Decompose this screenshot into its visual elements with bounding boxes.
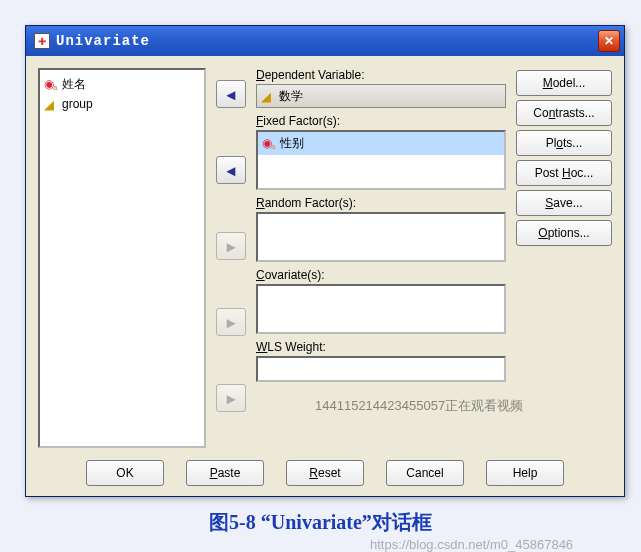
dependent-value: 数学 [279,88,303,105]
nominal-icon [262,137,276,151]
arrow-right-icon: ▸ [227,313,235,332]
ok-button[interactable]: OK [86,460,164,486]
paste-button[interactable]: Paste [186,460,264,486]
nominal-icon [44,78,58,92]
app-icon: ✚ [34,33,50,49]
move-to-wls-button[interactable]: ▸ [216,384,246,412]
random-section: Random Factor(s): [256,196,506,262]
random-factors-list[interactable] [256,212,506,262]
figure-caption: 图5-8 “Univariate”对话框 [25,509,616,536]
move-to-dependent-button[interactable]: ◂ [216,80,246,108]
arrow-right-icon: ▸ [227,237,235,256]
list-item[interactable]: 姓名 [44,74,200,95]
reset-button[interactable]: Reset [286,460,364,486]
covariate-label: Covariate(s): [256,268,506,282]
covariate-list[interactable] [256,284,506,334]
move-to-random-button[interactable]: ▸ [216,232,246,260]
posthoc-button[interactable]: Post Hoc... [516,160,612,186]
dialog-button-row: OK Paste Reset Cancel Help [38,460,612,486]
scale-icon [44,97,58,111]
plots-button[interactable]: Plots... [516,130,612,156]
window-title: Univariate [56,33,150,49]
move-to-covariate-button[interactable]: ▸ [216,308,246,336]
source-variable-list[interactable]: 姓名 group [38,68,206,448]
close-button[interactable]: ✕ [598,30,620,52]
transfer-buttons-column: ◂ ◂ ▸ ▸ ▸ [216,68,246,448]
list-item[interactable]: group [44,95,200,113]
titlebar: ✚ Univariate ✕ [26,26,624,56]
random-label: Random Factor(s): [256,196,506,210]
wls-section: WLS Weight: [256,340,506,382]
target-fields-column: Dependent Variable: 数学 Fixed Factor(s): … [256,68,506,448]
model-button[interactable]: Model... [516,70,612,96]
right-buttons-column: Model... Contrasts... Plots... Post Hoc.… [516,68,612,448]
contrasts-button[interactable]: Contrasts... [516,100,612,126]
help-button[interactable]: Help [486,460,564,486]
fixed-factors-list[interactable]: 性别 [256,130,506,190]
cancel-button[interactable]: Cancel [386,460,464,486]
covariate-section: Covariate(s): [256,268,506,334]
dependent-variable-field[interactable]: 数学 [256,84,506,108]
univariate-dialog: ✚ Univariate ✕ 姓名 group [25,25,625,497]
arrow-right-icon: ▸ [227,389,235,408]
arrow-left-icon: ◂ [227,85,235,104]
watermark-url: https://blog.csdn.net/m0_45867846 [370,537,573,552]
fixed-value: 性别 [280,135,304,152]
scale-icon [261,89,275,103]
fixed-section: Fixed Factor(s): 性别 [256,114,506,190]
options-button[interactable]: Options... [516,220,612,246]
var-name: group [62,97,93,111]
move-to-fixed-button[interactable]: ◂ [216,156,246,184]
wls-label: WLS Weight: [256,340,506,354]
wls-weight-field[interactable] [256,356,506,382]
dependent-section: Dependent Variable: 数学 [256,68,506,108]
save-button[interactable]: Save... [516,190,612,216]
list-item[interactable]: 性别 [258,132,504,155]
dependent-label: Dependent Variable: [256,68,506,82]
var-name: 姓名 [62,76,86,93]
arrow-left-icon: ◂ [227,161,235,180]
fixed-label: Fixed Factor(s): [256,114,506,128]
